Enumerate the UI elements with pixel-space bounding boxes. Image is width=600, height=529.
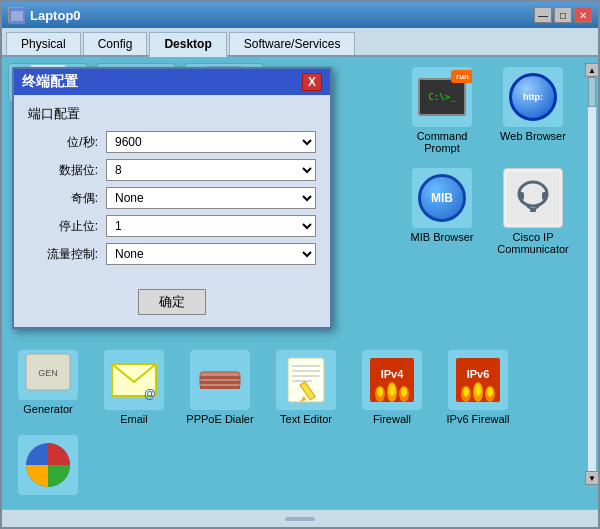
tab-software-services[interactable]: Software/Services bbox=[229, 32, 356, 55]
modal-section-title: 端口配置 bbox=[28, 105, 316, 123]
baud-rate-row: 位/秒: 9600 19200 38400 115200 bbox=[28, 131, 316, 153]
icon-web-browser[interactable]: http: Web Browser bbox=[493, 63, 573, 158]
parity-label: 奇偶: bbox=[28, 190, 98, 207]
ok-button[interactable]: 确定 bbox=[138, 289, 206, 315]
stop-bits-label: 停止位: bbox=[28, 218, 98, 235]
baud-rate-label: 位/秒: bbox=[28, 134, 98, 151]
bottom-bar bbox=[2, 509, 598, 527]
flow-control-select[interactable]: None Hardware Software bbox=[106, 243, 316, 265]
data-bits-row: 数据位: 8 7 bbox=[28, 159, 316, 181]
svg-rect-14 bbox=[519, 192, 524, 200]
modal-title-text: 终端配置 bbox=[22, 73, 78, 91]
parity-select[interactable]: None Even Odd bbox=[106, 187, 316, 209]
svg-rect-16 bbox=[530, 208, 536, 212]
title-bar: Laptop0 — □ ✕ bbox=[2, 2, 598, 28]
laptop-window: Laptop0 — □ ✕ Physical Config Desktop So… bbox=[0, 0, 600, 529]
flow-control-label: 流量控制: bbox=[28, 246, 98, 263]
command-prompt-label: CommandPrompt bbox=[417, 130, 468, 154]
window-title: Laptop0 bbox=[30, 8, 81, 23]
terminal-config-modal: 终端配置 X 端口配置 位/秒: 9600 19200 38400 115200 bbox=[12, 67, 332, 329]
data-bits-select[interactable]: 8 7 bbox=[106, 159, 316, 181]
tab-desktop[interactable]: Desktop bbox=[149, 32, 226, 57]
stop-bits-row: 停止位: 1 2 bbox=[28, 215, 316, 237]
icon-command-prompt[interactable]: run C:\>_ CommandPrompt bbox=[402, 63, 482, 158]
stop-bits-select[interactable]: 1 2 bbox=[106, 215, 316, 237]
tab-bar: Physical Config Desktop Software/Service… bbox=[2, 28, 598, 57]
close-button[interactable]: ✕ bbox=[574, 7, 592, 23]
minimize-button[interactable]: — bbox=[534, 7, 552, 23]
modal-body: 端口配置 位/秒: 9600 19200 38400 115200 数据位: bbox=[14, 95, 330, 281]
window-icon bbox=[8, 7, 24, 23]
baud-rate-select[interactable]: 9600 19200 38400 115200 bbox=[106, 131, 316, 153]
modal-close-button[interactable]: X bbox=[302, 73, 322, 91]
svg-rect-15 bbox=[542, 192, 547, 200]
parity-row: 奇偶: None Even Odd bbox=[28, 187, 316, 209]
svg-rect-12 bbox=[507, 172, 559, 224]
cisco-headset-icon bbox=[507, 172, 559, 224]
desktop-content: PC WAN bbox=[2, 57, 598, 509]
resize-handle[interactable] bbox=[285, 517, 315, 521]
icon-cisco-ip-communicator[interactable]: Cisco IPCommunicator bbox=[493, 164, 573, 259]
data-bits-label: 数据位: bbox=[28, 162, 98, 179]
tab-config[interactable]: Config bbox=[83, 32, 148, 55]
icon-mib-browser[interactable]: MIB MIB Browser bbox=[402, 164, 482, 259]
cisco-ip-communicator-label: Cisco IPCommunicator bbox=[497, 231, 569, 255]
modal-footer: 确定 bbox=[14, 281, 330, 327]
modal-title-bar: 终端配置 X bbox=[14, 69, 330, 95]
right-icons-panel: run C:\>_ CommandPrompt http: bbox=[402, 63, 578, 259]
svg-rect-1 bbox=[11, 11, 23, 21]
modal-overlay: 终端配置 X 端口配置 位/秒: 9600 19200 38400 115200 bbox=[2, 57, 598, 509]
tab-physical[interactable]: Physical bbox=[6, 32, 81, 55]
flow-control-row: 流量控制: None Hardware Software bbox=[28, 243, 316, 265]
mib-browser-label: MIB Browser bbox=[411, 231, 474, 243]
maximize-button[interactable]: □ bbox=[554, 7, 572, 23]
run-badge: run bbox=[451, 70, 472, 83]
web-browser-label: Web Browser bbox=[500, 130, 566, 142]
